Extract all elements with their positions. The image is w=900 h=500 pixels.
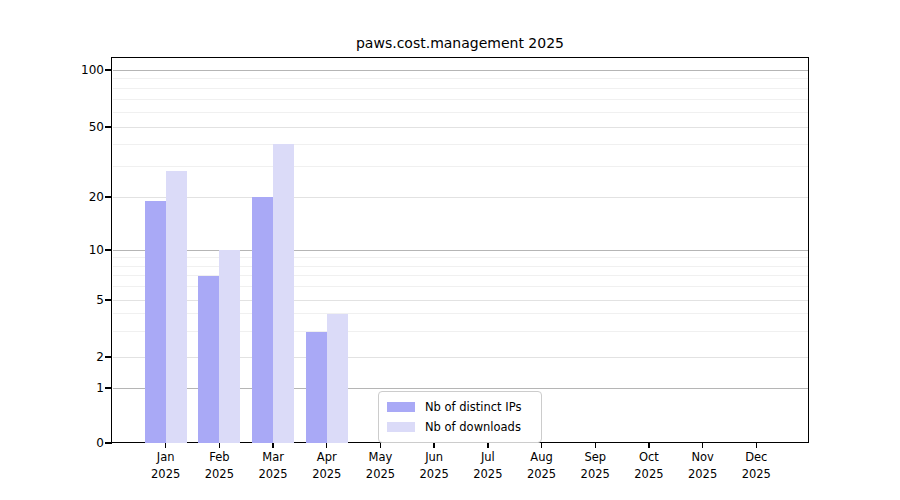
legend-swatch-distinct-ips — [387, 402, 415, 412]
legend-item-downloads: Nb of downloads — [387, 417, 533, 437]
x-tick-mark — [648, 443, 649, 448]
y-tick-label: 5 — [58, 292, 104, 308]
y-tick-label: 10 — [58, 242, 104, 258]
x-tick-label: Sep 2025 — [567, 449, 623, 482]
gridline-minor — [113, 257, 808, 258]
gridline-minor — [113, 266, 808, 267]
y-tick-mark — [105, 249, 112, 250]
bar-nb-of-downloads — [273, 144, 294, 443]
y-tick-mark — [105, 387, 112, 388]
chart-canvas: paws.cost.management 2025 1005020105210J… — [0, 0, 900, 500]
gridline — [113, 127, 808, 128]
y-tick-label: 20 — [58, 189, 104, 205]
y-tick-mark — [105, 299, 112, 300]
y-tick-label: 50 — [58, 119, 104, 135]
x-tick-mark — [165, 443, 166, 448]
gridline-minor — [113, 144, 808, 145]
bar-nb-of-distinct-ips — [198, 276, 219, 443]
chart-title: paws.cost.management 2025 — [111, 35, 809, 51]
x-tick-label: Jan 2025 — [138, 449, 194, 482]
x-tick-label: Jun 2025 — [406, 449, 462, 482]
legend-item-distinct-ips: Nb of distinct IPs — [387, 397, 533, 417]
legend-swatch-downloads — [387, 422, 415, 432]
x-tick-mark — [380, 443, 381, 448]
bar-nb-of-distinct-ips — [252, 197, 273, 443]
x-tick-mark — [595, 443, 596, 448]
x-tick-mark — [756, 443, 757, 448]
gridline-minor — [113, 78, 808, 79]
bar-nb-of-distinct-ips — [306, 332, 327, 443]
legend-label-distinct-ips: Nb of distinct IPs — [425, 400, 521, 414]
gridline — [113, 197, 808, 198]
y-tick-label: 0 — [58, 435, 104, 451]
bar-nb-of-downloads — [219, 250, 240, 443]
x-tick-mark — [487, 443, 488, 448]
bar-nb-of-distinct-ips — [145, 201, 166, 443]
x-tick-mark — [702, 443, 703, 448]
legend-label-downloads: Nb of downloads — [425, 420, 521, 434]
gridline-minor — [113, 88, 808, 89]
y-tick-mark — [105, 356, 112, 357]
y-tick-label: 100 — [58, 62, 104, 78]
bar-nb-of-downloads — [327, 314, 348, 443]
gridline-minor — [113, 166, 808, 167]
y-tick-mark — [105, 196, 112, 197]
gridline — [113, 250, 808, 251]
x-tick-mark — [433, 443, 434, 448]
x-tick-mark — [219, 443, 220, 448]
x-tick-label: Apr 2025 — [299, 449, 355, 482]
y-tick-mark — [105, 69, 112, 70]
x-tick-mark — [326, 443, 327, 448]
bar-nb-of-downloads — [166, 171, 187, 443]
y-tick-label: 2 — [58, 349, 104, 365]
x-tick-label: May 2025 — [352, 449, 408, 482]
x-tick-mark — [272, 443, 273, 448]
x-tick-label: Nov 2025 — [675, 449, 731, 482]
gridline-minor — [113, 99, 808, 100]
x-tick-label: Mar 2025 — [245, 449, 301, 482]
x-tick-label: Aug 2025 — [514, 449, 570, 482]
x-tick-label: Feb 2025 — [191, 449, 247, 482]
legend: Nb of distinct IPs Nb of downloads — [378, 391, 542, 443]
gridline-minor — [113, 112, 808, 113]
x-tick-label: Oct 2025 — [621, 449, 677, 482]
y-tick-mark — [105, 442, 112, 443]
x-tick-label: Jul 2025 — [460, 449, 516, 482]
gridline — [113, 70, 808, 71]
x-tick-label: Dec 2025 — [728, 449, 784, 482]
y-tick-mark — [105, 126, 112, 127]
y-tick-label: 1 — [58, 380, 104, 396]
x-tick-mark — [541, 443, 542, 448]
